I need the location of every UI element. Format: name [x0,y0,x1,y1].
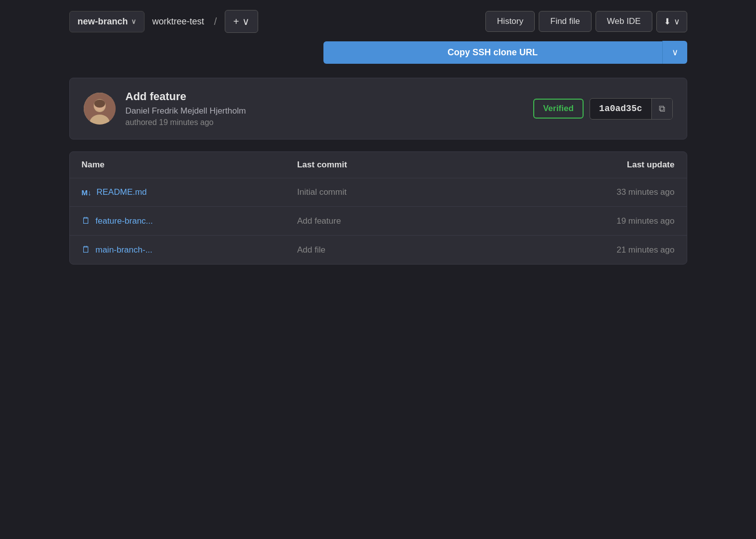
table-row: M↓ README.md Initial commit 33 minutes a… [70,178,687,207]
file-commit-readme: Initial commit [297,187,513,197]
svg-point-4 [94,100,105,108]
add-file-button[interactable]: + ∨ [225,10,258,33]
branch-selector[interactable]: new-branch ∨ [69,11,145,32]
toolbar-right: History Find file Web IDE ⬇ ∨ [485,11,687,32]
download-button[interactable]: ⬇ ∨ [656,11,687,32]
file-commit-feature: Add feature [297,216,513,226]
copy-hash-button[interactable]: ⧉ [651,99,672,119]
file-icon: 🗒 [82,245,91,255]
file-table: Name Last commit Last update M↓ README.m… [69,151,687,265]
file-icon: 🗒 [82,216,91,226]
web-ide-button[interactable]: Web IDE [596,11,652,32]
file-time-readme: 33 minutes ago [513,187,675,197]
commit-time: authored 19 minutes ago [126,118,523,127]
markdown-icon: M↓ [82,188,92,197]
copy-ssh-clone-url-button[interactable]: Copy SSH clone URL [323,41,662,64]
history-button[interactable]: History [485,11,535,32]
col-name-header: Name [82,160,298,170]
path-slash: / [212,16,219,27]
find-file-button[interactable]: Find file [539,11,592,32]
download-chevron-icon: ∨ [674,16,680,27]
commit-hash: 1a0ad35c [590,99,651,119]
avatar-image [84,93,116,125]
clone-row: Copy SSH clone URL ∨ [69,41,687,64]
file-name-main[interactable]: 🗒 main-branch-... [82,245,298,255]
commit-message: Add feature [126,90,523,103]
file-time-feature: 19 minutes ago [513,216,675,226]
clone-chevron-icon: ∨ [672,47,678,57]
worktree-label: worktree-test [151,11,206,32]
avatar [84,93,116,125]
copy-icon: ⧉ [659,104,665,114]
branch-chevron-icon: ∨ [131,17,136,25]
file-time-main: 21 minutes ago [513,245,675,255]
commit-actions: Verified 1a0ad35c ⧉ [533,98,673,120]
add-chevron-icon: ∨ [242,15,250,27]
file-table-header: Name Last commit Last update [70,152,687,178]
verified-badge: Verified [533,99,584,119]
commit-info: Add feature Daniel Fredrik Mejdell Hjert… [126,90,523,127]
table-row: 🗒 main-branch-... Add file 21 minutes ag… [70,236,687,264]
commit-author: Daniel Fredrik Mejdell Hjertholm [126,106,523,116]
col-commit-header: Last commit [297,160,513,170]
clone-url-dropdown-button[interactable]: ∨ [662,41,687,64]
file-name-readme[interactable]: M↓ README.md [82,187,298,197]
col-update-header: Last update [513,160,675,170]
plus-icon: + [233,16,239,27]
branch-name: new-branch [78,16,128,27]
commit-card: Add feature Daniel Fredrik Mejdell Hjert… [69,78,687,139]
file-commit-main: Add file [297,245,513,255]
commit-hash-box: 1a0ad35c ⧉ [590,98,672,120]
table-row: 🗒 feature-branc... Add feature 19 minute… [70,207,687,236]
toolbar: new-branch ∨ worktree-test / + ∨ History… [69,10,687,33]
download-icon: ⬇ [664,16,671,27]
file-name-feature[interactable]: 🗒 feature-branc... [82,216,298,226]
